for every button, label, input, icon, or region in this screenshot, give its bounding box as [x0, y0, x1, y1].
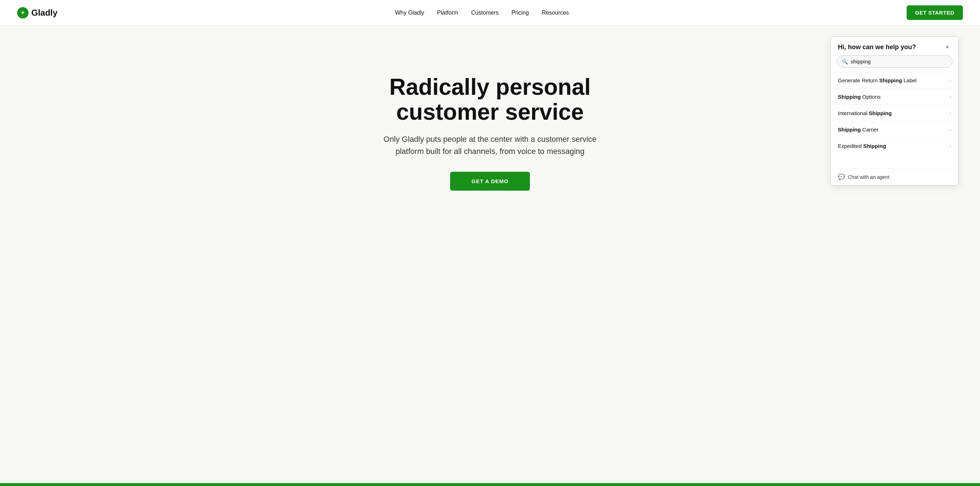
chat-bubble-icon: 💬	[838, 174, 845, 180]
result-text-1: Generate Return Shipping Label	[838, 77, 916, 83]
chevron-right-icon-2: ›	[950, 94, 951, 99]
chat-with-agent-label: Chat with an agent	[848, 174, 889, 180]
chevron-right-icon-3: ›	[950, 110, 951, 116]
hero-subtitle: Only Gladly puts people at the center wi…	[372, 133, 608, 158]
logo-text: Gladly	[31, 8, 57, 18]
get-demo-button[interactable]: GET A DEMO	[450, 172, 530, 191]
logo[interactable]: + Gladly	[17, 7, 57, 19]
search-input[interactable]	[851, 59, 947, 64]
chat-widget: Hi, how can we help you? × 🔍 Generate Re…	[830, 36, 959, 186]
hero-section: Radically personal customer service Only…	[0, 25, 980, 232]
chat-header: Hi, how can we help you? ×	[831, 37, 958, 55]
nav-item-resources[interactable]: Resources	[542, 10, 569, 16]
search-result-1[interactable]: Generate Return Shipping Label ›	[831, 72, 958, 88]
nav-item-pricing[interactable]: Pricing	[511, 10, 529, 16]
nav-item-platform[interactable]: Platform	[437, 10, 458, 16]
chevron-right-icon-4: ›	[950, 127, 951, 132]
chevron-right-icon-1: ›	[950, 78, 951, 83]
main-nav: + Gladly Why Gladly Platform Customers P…	[0, 0, 980, 25]
bottom-green-bar	[0, 483, 980, 486]
chat-footer[interactable]: 💬 Chat with an agent	[831, 168, 958, 185]
search-icon: 🔍	[842, 59, 848, 64]
result-text-3: International Shipping	[838, 110, 892, 116]
nav-item-why-gladly[interactable]: Why Gladly	[395, 10, 425, 16]
logo-icon: +	[17, 7, 29, 19]
chat-header-title: Hi, how can we help you?	[838, 43, 916, 51]
result-text-5: Expedited Shipping	[838, 143, 886, 149]
search-box: 🔍	[837, 55, 953, 68]
search-results: Generate Return Shipping Label › Shippin…	[831, 70, 958, 154]
nav-item-customers[interactable]: Customers	[471, 10, 498, 16]
chevron-right-icon-5: ›	[950, 143, 951, 148]
result-text-4: Shipping Carrier	[838, 126, 878, 132]
hero-title: Radically personal customer service	[365, 75, 615, 125]
nav-links: Why Gladly Platform Customers Pricing Re…	[395, 10, 569, 16]
search-result-3[interactable]: International Shipping ›	[831, 105, 958, 121]
search-result-2[interactable]: Shipping Options ›	[831, 88, 958, 105]
search-result-4[interactable]: Shipping Carrier ›	[831, 121, 958, 137]
close-icon[interactable]: ×	[943, 43, 951, 51]
search-result-5[interactable]: Expedited Shipping ›	[831, 137, 958, 154]
result-text-2: Shipping Options	[838, 94, 881, 100]
get-started-button[interactable]: GET STARTED	[907, 5, 963, 20]
